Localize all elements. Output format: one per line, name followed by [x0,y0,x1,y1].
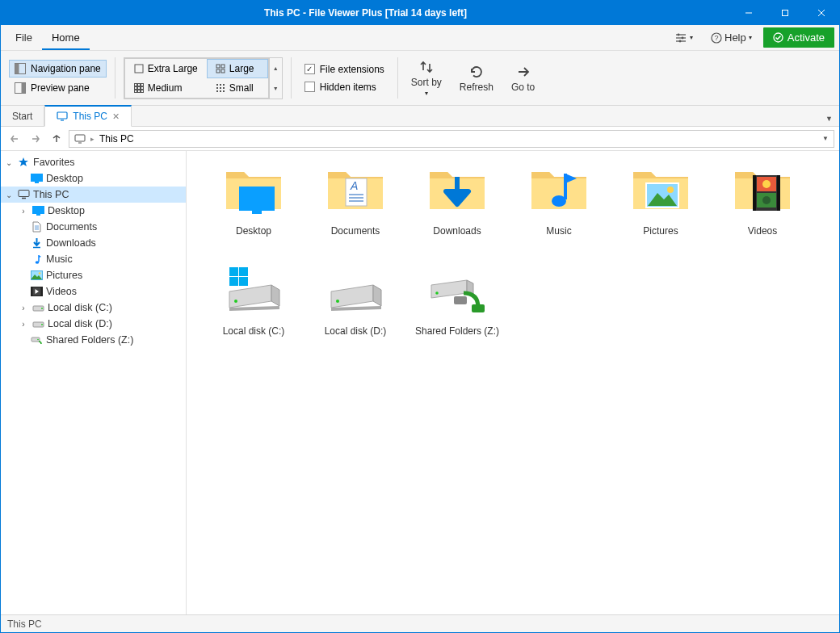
svg-rect-58 [31,287,32,296]
expand-icon[interactable]: › [19,320,28,329]
monitor-icon [57,111,68,121]
tab-this-pc[interactable]: This PC ✕ [44,105,132,127]
svg-rect-84 [229,267,238,276]
minimize-button[interactable] [730,1,766,25]
grid-music[interactable]: Music [508,161,610,237]
view-medium[interactable]: Medium [125,78,207,98]
grid-videos[interactable]: Videos [712,161,813,237]
svg-rect-38 [223,87,225,89]
svg-rect-30 [141,90,143,92]
tab-start[interactable]: Start [1,107,44,126]
window-controls [730,1,839,25]
svg-rect-20 [216,69,220,73]
file-extensions-checkbox[interactable]: ✓File extensions [300,61,389,78]
view-scroll[interactable]: ▲▼ [269,58,282,99]
preview-pane-icon [15,82,26,94]
maximize-button[interactable] [766,1,803,25]
grid-documents[interactable]: A Documents [304,161,406,237]
view-large[interactable]: Large [207,59,268,78]
chevron-down-icon: ▾ [690,34,693,41]
tree-local-c[interactable]: › Local disk (C:) [1,300,186,316]
tree-favorites[interactable]: ⌄ Favorites [1,154,186,170]
menu-home[interactable]: Home [42,25,90,50]
tree-documents[interactable]: Documents [1,219,186,235]
drive-icon [323,261,388,319]
folder-desktop-icon [221,161,286,219]
refresh-button[interactable]: Refresh [452,54,502,102]
hidden-items-checkbox[interactable]: Hidden items [300,79,389,95]
forward-button[interactable] [27,130,44,148]
svg-point-7 [678,33,680,36]
expand-icon[interactable]: › [19,304,28,312]
svg-rect-33 [216,90,218,92]
chevron-down-icon: ▾ [425,90,428,97]
navigation-pane-toggle[interactable]: Navigation pane [9,60,107,78]
app-window: This PC - File Viewer Plus [Trial 14 day… [0,0,840,633]
svg-rect-25 [134,86,136,89]
collapse-icon[interactable]: ⌄ [4,191,14,199]
grid-large-icon [134,64,144,73]
activate-button[interactable]: Activate [763,27,834,48]
collapse-icon[interactable]: ⌄ [4,158,14,167]
preview-pane-toggle[interactable]: Preview pane [9,79,107,97]
close-button[interactable] [803,1,839,25]
monitor-icon [74,134,86,144]
svg-point-61 [41,308,43,309]
content-area: Desktop A Documents Downloads Music Pict… [187,151,839,614]
svg-point-82 [762,196,771,204]
svg-rect-34 [220,84,221,86]
svg-rect-37 [223,84,225,86]
grid-desktop[interactable]: Desktop [203,161,304,237]
svg-rect-23 [137,83,140,86]
settings-icon [675,33,688,43]
svg-rect-26 [137,86,140,89]
tree-music[interactable]: Music [1,251,186,267]
expand-icon[interactable]: › [19,207,28,216]
tab-bar: Start This PC ✕ ▼ [1,106,839,127]
tree-downloads[interactable]: Downloads [1,235,186,251]
view-small[interactable]: Small [207,78,268,98]
go-to-button[interactable]: Go to [503,54,543,102]
menu-file[interactable]: File [6,25,42,50]
tree-desktop[interactable]: › Desktop [1,203,186,219]
back-button[interactable] [6,130,23,148]
address-bar[interactable]: ▸ This PC ▼ [69,130,834,148]
svg-rect-45 [35,182,39,183]
svg-rect-24 [141,83,143,86]
grid-local-c[interactable]: Local disk (C:) [203,261,304,337]
svg-rect-14 [15,63,19,73]
help-button[interactable]: ? Help ▾ [704,28,758,47]
tree-pictures[interactable]: Pictures [1,267,186,283]
tabrow-expand[interactable]: ▼ [819,111,839,126]
svg-point-89 [435,291,439,295]
svg-point-65 [37,339,39,341]
refresh-icon [468,64,485,80]
activate-label: Activate [788,31,825,44]
grid-downloads[interactable]: Downloads [406,161,508,237]
tab-close-icon[interactable]: ✕ [112,111,120,122]
desktop-icon [30,172,43,185]
svg-rect-28 [134,90,136,92]
navigation-pane-label: Navigation pane [31,63,101,74]
up-button[interactable] [48,130,65,148]
svg-rect-22 [134,83,136,86]
svg-rect-48 [32,206,44,214]
address-dropdown[interactable]: ▼ [822,135,829,142]
svg-rect-66 [239,187,275,211]
sort-by-button[interactable]: Sort by ▾ [403,54,450,102]
view-extra-large[interactable]: Extra Large [125,59,207,78]
svg-point-9 [679,40,682,42]
tree-shared-z[interactable]: Shared Folders (Z:) [1,332,186,348]
tree-fav-desktop[interactable]: Desktop [1,170,186,187]
settings-button[interactable]: ▾ [669,30,699,46]
navigation-pane-icon [15,63,26,74]
grid-local-d[interactable]: Local disk (D:) [304,261,406,337]
grid-shared-z[interactable]: Shared Folders (Z:) [406,261,508,337]
tree-local-d[interactable]: › Local disk (D:) [1,316,186,332]
grid-pictures[interactable]: Pictures [610,161,712,237]
svg-rect-49 [36,214,40,216]
network-drive-icon [425,261,489,319]
tree-videos[interactable]: Videos [1,283,186,300]
svg-point-54 [35,261,39,263]
tree-this-pc[interactable]: ⌄ This PC [1,187,186,203]
